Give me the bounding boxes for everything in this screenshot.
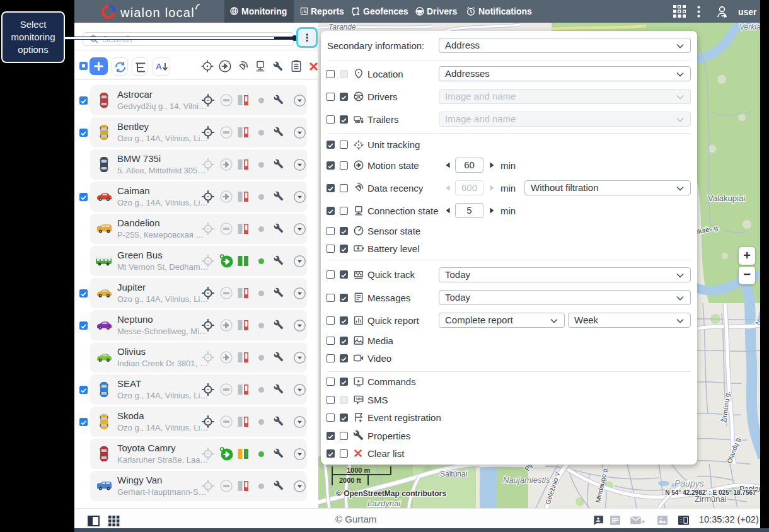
svg-text:2000 ft: 2000 ft xyxy=(339,477,361,484)
svg-text:© OpenStreetMap contributors: © OpenStreetMap contributors xyxy=(336,489,446,498)
svg-text:N 54° 42.2982' : E 025° 18.756: N 54° 42.2982' : E 025° 18.7567' xyxy=(665,489,758,496)
svg-text:SMS: SMS xyxy=(356,398,362,401)
svg-text:Saltūnai: Saltūnai xyxy=(440,470,467,478)
svg-text:Naujamiestis: Naujamiestis xyxy=(503,475,550,485)
svg-text:1000 m: 1000 m xyxy=(347,466,371,474)
svg-text:Verkiai: Verkiai xyxy=(739,23,760,32)
svg-text:Lazdynai: Lazdynai xyxy=(367,499,401,508)
svg-text:Paupys: Paupys xyxy=(674,478,704,489)
svg-text:Tarandė: Tarandė xyxy=(328,23,356,32)
svg-text:Valakupiai: Valakupiai xyxy=(708,194,745,203)
